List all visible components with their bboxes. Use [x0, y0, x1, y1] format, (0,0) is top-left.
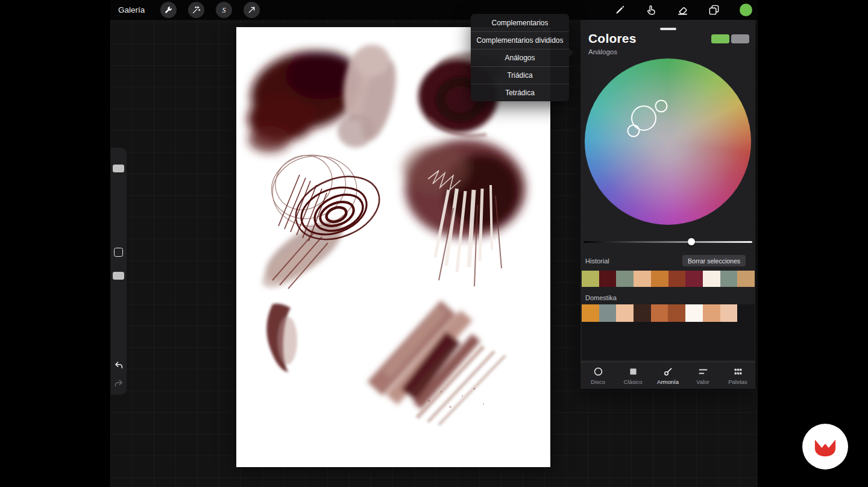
- tab-paletas[interactable]: Paletas: [720, 362, 755, 389]
- smudge-button[interactable]: [646, 4, 657, 16]
- undo-icon: [113, 360, 124, 371]
- harmony-type-button[interactable]: Análogos: [588, 48, 617, 55]
- layers-icon: [708, 4, 720, 16]
- palette-name: Domestika: [585, 294, 617, 301]
- magic-wand-icon: [192, 5, 201, 14]
- undo-button[interactable]: [112, 360, 125, 372]
- smudge-finger-icon: [646, 4, 657, 16]
- gallery-button[interactable]: Galería: [118, 5, 145, 14]
- wrench-icon: [164, 5, 173, 14]
- sidebar-sliders: [110, 148, 127, 395]
- palette-swatch[interactable]: [668, 304, 685, 322]
- tab-armonia[interactable]: Armonía: [650, 362, 685, 389]
- secondary-color-swatch[interactable]: [731, 34, 749, 43]
- brightness-slider[interactable]: [583, 238, 752, 245]
- menu-item-complementarios[interactable]: Complementarios: [471, 14, 569, 31]
- history-swatch[interactable]: [703, 271, 720, 287]
- actions-button[interactable]: [160, 2, 177, 18]
- history-swatch[interactable]: [582, 271, 599, 287]
- selection-button[interactable]: S: [216, 2, 232, 18]
- transform-arrow-icon: [247, 5, 256, 14]
- eraser-icon: [677, 4, 688, 16]
- classic-square-icon: [628, 366, 638, 377]
- menu-item-analogos[interactable]: Análogos: [471, 49, 569, 66]
- color-wheel[interactable]: [585, 58, 751, 225]
- palette-swatch[interactable]: [616, 304, 634, 322]
- menu-item-complementarios-divididos[interactable]: Complementarios divididos: [471, 31, 569, 49]
- harmony-menu: Complementarios Complementarios dividido…: [471, 14, 569, 101]
- brush-icon: [614, 4, 626, 16]
- panel-drag-handle[interactable]: [660, 28, 676, 30]
- palette-grid: [582, 304, 755, 360]
- app-region: Galería S: [110, 0, 758, 487]
- palette-swatch[interactable]: [634, 304, 651, 322]
- history-swatch[interactable]: [651, 271, 668, 287]
- menu-item-tetradica[interactable]: Tetrádica: [471, 84, 569, 101]
- palette-swatch[interactable]: [599, 304, 617, 322]
- tab-label: Valor: [696, 379, 709, 385]
- brush-size-slider-handle[interactable]: [113, 165, 124, 172]
- primary-color-swatch[interactable]: [711, 34, 729, 43]
- disc-icon: [593, 366, 603, 377]
- panel-title: Colores: [588, 31, 637, 46]
- menu-item-triadica[interactable]: Triádica: [471, 66, 569, 84]
- layers-button[interactable]: [708, 4, 720, 16]
- value-sliders-icon: [698, 366, 708, 377]
- redo-button[interactable]: [112, 378, 125, 391]
- brightness-handle[interactable]: [688, 238, 695, 245]
- tab-label: Armonía: [657, 379, 679, 385]
- harmony-icon: [663, 366, 673, 377]
- color-mode-tabbar: Disco Clásico Armonía Valor: [580, 362, 755, 389]
- tab-label: Clásico: [623, 379, 642, 385]
- selection-s-icon: S: [219, 5, 228, 14]
- brightness-track: [583, 241, 752, 244]
- palette-swatch[interactable]: [582, 304, 599, 322]
- tab-disco[interactable]: Disco: [580, 362, 615, 389]
- history-swatch[interactable]: [720, 271, 738, 287]
- brush-opacity-slider-handle[interactable]: [113, 272, 124, 280]
- history-swatch[interactable]: [668, 271, 686, 287]
- adjustments-button[interactable]: [188, 2, 204, 18]
- history-swatches: [582, 271, 755, 287]
- topbar: Galería S: [110, 0, 758, 20]
- domestika-logo: [802, 424, 848, 470]
- redo-icon: [113, 378, 124, 389]
- current-color-button[interactable]: [740, 4, 752, 16]
- palette-swatch[interactable]: [685, 304, 703, 322]
- history-swatch[interactable]: [737, 271, 755, 287]
- tab-label: Paletas: [728, 379, 747, 385]
- history-swatch[interactable]: [599, 271, 617, 287]
- brush-button[interactable]: [614, 4, 626, 16]
- tab-valor[interactable]: Valor: [685, 362, 720, 389]
- tab-label: Disco: [591, 379, 605, 385]
- svg-text:S: S: [222, 6, 226, 14]
- palette-swatch[interactable]: [651, 304, 668, 322]
- clear-selections-button[interactable]: Borrar selecciones: [682, 255, 746, 266]
- history-swatch[interactable]: [685, 271, 703, 287]
- colors-panel: Colores Análogos Historial Borrar selecc…: [580, 20, 755, 389]
- menu-pointer-arrow: [569, 48, 574, 57]
- palette-swatch[interactable]: [703, 304, 720, 322]
- history-swatch[interactable]: [634, 271, 651, 287]
- history-label: Historial: [585, 257, 609, 265]
- eraser-button[interactable]: [677, 4, 688, 16]
- history-swatch[interactable]: [616, 271, 634, 287]
- modify-button[interactable]: [114, 248, 123, 257]
- palette-swatch[interactable]: [720, 304, 738, 322]
- transform-button[interactable]: [244, 2, 260, 18]
- tab-clasico[interactable]: Clásico: [615, 362, 650, 389]
- palettes-grid-icon: [733, 366, 743, 377]
